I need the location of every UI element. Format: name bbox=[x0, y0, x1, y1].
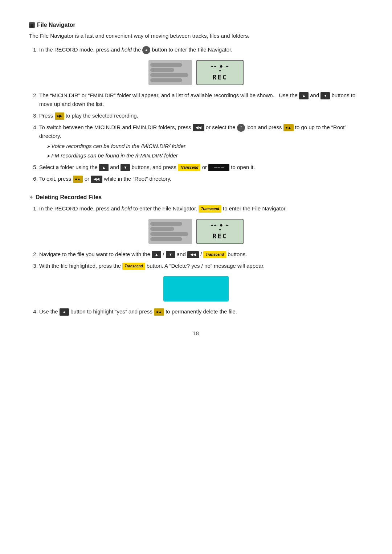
file-nav-steps-2: The “MICIN.DIR” or “FMIN.DIR” folder wil… bbox=[39, 91, 363, 183]
delete-step-4: Use the ▲ button to highlight “yes” and … bbox=[39, 307, 363, 316]
cloud-illustration bbox=[150, 62, 190, 83]
file-nav-step-6: To exit, press ●▲ or ◀◀ while in the “Ro… bbox=[39, 175, 363, 183]
file-nav-icon: ▣ bbox=[29, 22, 35, 28]
file-nav-step-2: The “MICIN.DIR” or “FMIN.DIR” folder wil… bbox=[39, 91, 363, 108]
deleting-files-section: ✦ Deleting Recorded Files In the RECORD … bbox=[29, 194, 363, 316]
delete-steps: In the RECORD mode, press and hold to en… bbox=[39, 204, 363, 213]
lcd-dot: • bbox=[219, 69, 221, 73]
delete-screen-image bbox=[163, 276, 229, 301]
open-btn-wide: ⸺⸺⸺ bbox=[208, 164, 229, 171]
delete-highlight-btn: Transcend bbox=[122, 263, 145, 270]
file-nav-step-3: Press ●▶ to play the selected recording. bbox=[39, 111, 363, 120]
delete-yes-btn: ▲ bbox=[60, 308, 69, 316]
folder-icon-btn: ⤴ bbox=[237, 124, 245, 132]
cloud-line-4 bbox=[150, 78, 182, 82]
sub-item-2: FM recordings can be found in the /FMIN.… bbox=[46, 151, 363, 160]
nav-up-btn: ▲ bbox=[299, 92, 309, 99]
open-btn-transcend: Transcend bbox=[178, 164, 200, 171]
cloud-line-5 bbox=[150, 222, 182, 226]
root-btn: ●▲ bbox=[283, 124, 294, 131]
lcd-display-1: ◄◄ ● ► • REC bbox=[196, 60, 244, 85]
delete-confirm-btn: ●▲ bbox=[154, 308, 164, 316]
file-nav-step-4: To switch between the MICIN.DIR and FMIN… bbox=[39, 123, 363, 160]
step1-image-row: ◄◄ ● ► • REC bbox=[29, 60, 363, 85]
lcd-top-text: ◄◄ ● ► bbox=[211, 64, 229, 69]
device-image-1 bbox=[148, 60, 192, 85]
delete-nav-transcend: Transcend bbox=[203, 251, 226, 258]
delete-nav-down: ◀◀ bbox=[187, 251, 199, 258]
cloud-line-6 bbox=[150, 227, 174, 231]
star-icon: ✦ bbox=[29, 194, 33, 200]
cloud-line-2 bbox=[150, 68, 174, 72]
delete-step-3: With the file highlighted, press the Tra… bbox=[39, 262, 363, 270]
file-nav-step-5: Select a folder using the ▲ and ▼ button… bbox=[39, 163, 363, 172]
lcd-top-text-2: ◄◄ ● ► bbox=[211, 223, 229, 227]
delete-record-btn: Transcend bbox=[199, 205, 221, 213]
play-selected-btn: ●▶ bbox=[55, 112, 64, 120]
exit-btn-2: ◀◀ bbox=[91, 176, 102, 183]
record-hold-button: ● bbox=[142, 46, 150, 54]
delete-step-2: Navigate to the file you want to delete … bbox=[39, 250, 363, 259]
device-image-2 bbox=[148, 219, 192, 244]
lcd-rec-text: REC bbox=[212, 73, 228, 81]
file-nav-steps: In the RECORD mode, press and hold the ●… bbox=[39, 45, 363, 54]
deleting-files-title: ✦ Deleting Recorded Files bbox=[29, 194, 363, 201]
delete-step1-image-row: ◄◄ ● ► • REC bbox=[29, 219, 363, 244]
nav-down-btn: ▼ bbox=[320, 92, 330, 99]
cloud-line-1 bbox=[150, 63, 182, 67]
cloud-illustration-2 bbox=[150, 221, 190, 242]
delete-nav-up2: ▼ bbox=[166, 251, 175, 258]
delete-step-1: In the RECORD mode, press and hold to en… bbox=[39, 204, 363, 213]
delete-steps-4: Use the ▲ button to highlight “yes” and … bbox=[39, 307, 363, 316]
folder-down-btn: ▼ bbox=[121, 164, 130, 171]
lcd-dot-2: • bbox=[219, 227, 221, 232]
cloud-line-8 bbox=[150, 237, 182, 241]
delete-steps-2: Navigate to the file you want to delete … bbox=[39, 250, 363, 270]
lcd-rec-text-2: REC bbox=[212, 232, 228, 240]
cloud-line-3 bbox=[150, 73, 188, 77]
lcd-display-2: ◄◄ ● ► • REC bbox=[196, 219, 244, 244]
folder-up-btn: ▲ bbox=[99, 164, 109, 171]
switch-btn: ◀◀ bbox=[193, 124, 204, 131]
file-nav-step-1: In the RECORD mode, press and hold the ●… bbox=[39, 45, 363, 54]
file-navigator-title: ▣ File Navigator bbox=[29, 22, 363, 28]
file-nav-intro: The File Navigator is a fast and conveni… bbox=[29, 32, 363, 40]
file-navigator-section: ▣ File Navigator The File Navigator is a… bbox=[29, 22, 363, 183]
exit-btn-1: ●▲ bbox=[73, 176, 83, 183]
page-number: 18 bbox=[29, 331, 363, 336]
sub-list: Voice recordings can be found in the /MI… bbox=[46, 142, 363, 160]
sub-item-1: Voice recordings can be found in the /MI… bbox=[46, 142, 363, 151]
delete-nav-up: ▲ bbox=[152, 251, 161, 258]
cloud-line-7 bbox=[150, 232, 188, 236]
